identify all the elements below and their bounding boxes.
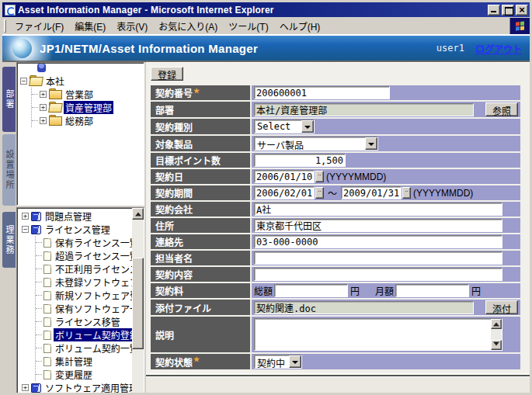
menu-file[interactable]: ファイル(F) — [9, 18, 69, 34]
contract-number-input[interactable] — [254, 86, 390, 99]
contract-date-input[interactable] — [254, 170, 315, 183]
minimize-button[interactable] — [488, 5, 500, 16]
field-label: 連絡先 — [151, 234, 250, 249]
globe-icon — [12, 39, 32, 58]
maximize-button[interactable] — [502, 5, 514, 16]
period-start-input[interactable] — [254, 186, 315, 199]
close-button[interactable] — [516, 5, 528, 16]
form-row: 契約会社 — [151, 202, 520, 217]
tree-item-selected[interactable]: ボリューム契約登録 — [36, 328, 144, 341]
register-button[interactable]: 登録 — [151, 67, 183, 81]
scroll-down-button[interactable] — [491, 340, 502, 350]
form-row: 部署 参照 — [151, 102, 520, 117]
department-panel: 部署 設置場所 本社 — [2, 62, 144, 206]
textarea-scrollbar[interactable] — [491, 319, 502, 350]
contact-input[interactable] — [254, 235, 502, 248]
calendar-picker-icon[interactable]: .. — [315, 187, 324, 199]
page-icon — [43, 370, 51, 379]
page-title: JP1/NETM/Asset Information Manager — [40, 42, 258, 55]
tree-item[interactable]: 問題点管理 — [22, 210, 144, 223]
tree-item[interactable]: 保有ソフトウェア一覧 — [36, 302, 144, 315]
scrollbar-thumb[interactable] — [132, 258, 144, 349]
page-icon — [43, 238, 51, 248]
tree-item[interactable]: ボリューム契約一覧 — [36, 341, 144, 355]
minus-icon[interactable] — [20, 78, 27, 85]
calendar-picker-icon[interactable]: .. — [402, 187, 411, 199]
form-row: 担当者名 — [151, 251, 520, 265]
tab-department[interactable]: 部署 — [2, 67, 16, 132]
folder-closed-icon — [49, 116, 61, 125]
tree-item[interactable]: ライセンス管理 — [22, 223, 144, 236]
tree-item[interactable]: 不正利用ライセンス一 — [36, 262, 144, 275]
target-product-select[interactable]: サーバ製品 — [254, 137, 378, 151]
plus-icon[interactable] — [22, 384, 29, 391]
menu-help[interactable]: ヘルプ(H) — [274, 18, 326, 34]
fee-unit: 円 — [471, 284, 481, 297]
toolbar-grip[interactable] — [4, 19, 6, 33]
attach-button[interactable]: 添付 — [485, 300, 518, 314]
date-format-hint: (YYYYMMDD) — [326, 172, 386, 182]
plus-icon[interactable] — [40, 91, 47, 98]
fee-monthly-input[interactable] — [395, 284, 469, 297]
tree-item[interactable]: 保有ライセンス一覧 — [36, 236, 144, 249]
scroll-up-button[interactable] — [132, 208, 144, 220]
form-row: 契約内容 — [151, 267, 520, 282]
book-icon — [31, 383, 41, 393]
tree-item[interactable]: 新規ソフトウェア登録 — [36, 289, 144, 302]
page-icon — [43, 304, 51, 314]
tree-item[interactable]: ライセンス移管 — [36, 315, 144, 328]
contract-company-input[interactable] — [254, 203, 502, 216]
tree-item[interactable]: 資産管理部 — [32, 101, 144, 114]
menu-edit[interactable]: 編集(E) — [69, 18, 111, 34]
chevron-down-icon[interactable] — [301, 120, 314, 133]
contract-type-select[interactable]: Select — [254, 120, 315, 133]
tab-management-tasks[interactable]: 理業務 — [2, 212, 16, 268]
plus-icon[interactable] — [40, 104, 47, 111]
tree-item[interactable]: 超過ライセンス一覧 — [36, 249, 144, 262]
status-bar — [146, 375, 530, 393]
tree-item[interactable]: 未登録ソフトウェア利 — [36, 275, 144, 289]
contract-details-input[interactable] — [254, 268, 502, 281]
plus-icon[interactable] — [40, 117, 47, 124]
tree-item[interactable]: 集計管理 — [36, 355, 144, 368]
description-textarea[interactable] — [254, 318, 502, 351]
title-bar[interactable]: Asset Information Manager - Microsoft In… — [2, 2, 530, 17]
tab-location[interactable]: 設置場所 — [2, 134, 16, 206]
chevron-down-icon[interactable] — [365, 137, 377, 150]
target-points-input[interactable] — [254, 154, 346, 167]
tree-item[interactable]: 営業部 — [32, 88, 144, 101]
menu-view[interactable]: 表示(V) — [111, 18, 153, 34]
chevron-down-icon[interactable] — [289, 355, 301, 368]
tree-item[interactable]: 総務部 — [32, 114, 144, 127]
form-row: 対象製品 サーバ製品 — [151, 136, 520, 151]
tree-item[interactable]: ソフトウェア適用管理 — [22, 381, 144, 394]
menu-tools[interactable]: ツール(T) — [223, 18, 273, 34]
required-star-icon: ★ — [193, 354, 200, 363]
fee-total-input[interactable] — [274, 284, 348, 297]
menu-favorites[interactable]: お気に入り(A) — [153, 18, 223, 34]
address-input[interactable] — [254, 219, 502, 232]
calendar-picker-icon[interactable]: .. — [315, 171, 324, 182]
page-icon — [43, 331, 51, 340]
field-label: 契約番号★ — [151, 85, 250, 100]
person-in-charge-input[interactable] — [254, 251, 502, 265]
task-tree: 問題点管理 ライセンス管理 保有ライセンス一覧 超過ライセンス一覧 不正利用ライ… — [16, 207, 144, 395]
form-row: 住所 — [151, 218, 520, 233]
task-panel: 理業務 問題点管理 ライセンス管理 — [2, 207, 144, 395]
dept-root-label[interactable]: 本社 — [44, 74, 66, 88]
tree-item[interactable]: 本社 — [20, 74, 144, 88]
attachment-field — [254, 301, 474, 314]
period-end-input[interactable] — [341, 186, 402, 199]
tree-item[interactable]: 変更履歴 — [36, 368, 144, 381]
dept-item-label-selected[interactable]: 資産管理部 — [64, 101, 113, 114]
minus-icon[interactable] — [22, 226, 29, 233]
scroll-up-button[interactable] — [491, 319, 502, 329]
contract-status-select[interactable]: 契約中 — [254, 355, 302, 369]
logout-link[interactable]: ログアウト — [475, 42, 522, 55]
dept-item-label[interactable]: 総務部 — [64, 114, 95, 127]
form-row: 連絡先 — [151, 234, 520, 249]
vertical-scrollbar[interactable] — [132, 208, 144, 395]
dept-item-label[interactable]: 営業部 — [64, 88, 95, 101]
plus-icon[interactable] — [22, 213, 29, 220]
browse-button[interactable]: 参照 — [485, 102, 518, 116]
